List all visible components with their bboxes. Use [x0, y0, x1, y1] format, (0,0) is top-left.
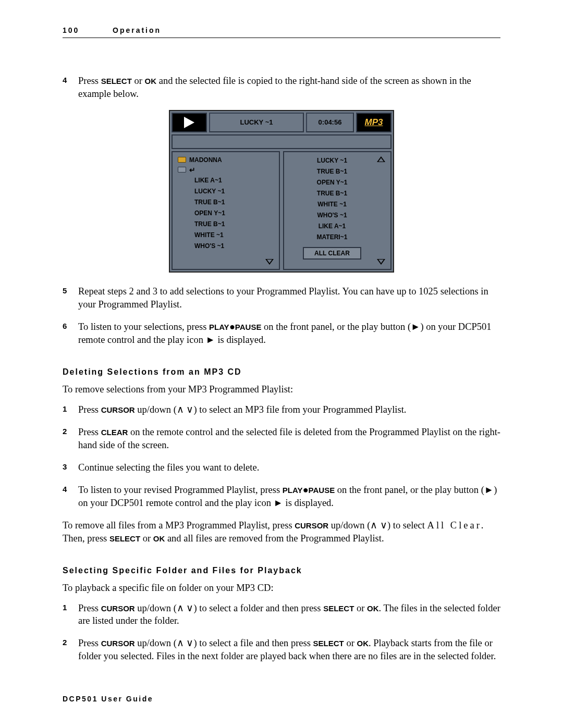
list-item: TRUE B~1 — [176, 219, 265, 230]
now-playing-title: LUCKY ~1 — [209, 113, 304, 132]
step-number: 4 — [63, 75, 78, 101]
folder-open-icon — [178, 167, 186, 172]
step-body: Press CLEAR on the remote control and th… — [78, 426, 500, 452]
list-item: WHITE ~1 — [287, 199, 377, 210]
list-item: OPEN Y~1 — [176, 208, 265, 219]
list-item: WHO'S ~1 — [287, 210, 377, 221]
list-item: LIKE A~1 — [176, 175, 265, 186]
list-item: MATERI~1 — [287, 232, 377, 243]
step-number: 1 — [63, 403, 78, 416]
list-item: OPEN Y~1 — [287, 177, 377, 188]
folder-panel: MADONNA ↵ LIKE A~1LUCKY ~1TRUE B~1OPEN Y… — [172, 151, 280, 270]
list-item: LUCKY ~1 — [176, 186, 265, 197]
paragraph: To remove all files from a MP3 Programme… — [63, 519, 500, 545]
section-heading: Deleting Selections from an MP3 CD — [63, 367, 500, 377]
list-item: LUCKY ~1 — [287, 155, 377, 166]
step-number: 3 — [63, 461, 78, 474]
step-body: To listen to your revised Programmed Pla… — [78, 484, 500, 510]
step: 1Press CURSOR up/down (∧ ∨) to select a … — [63, 602, 500, 628]
chevron-down-icon — [377, 259, 385, 265]
step-body: Continue selecting the files you want to… — [78, 461, 500, 474]
step-body: Press SELECT or OK and the selected file… — [78, 75, 500, 101]
step-body: Press CURSOR up/down (∧ ∨) to select a f… — [78, 637, 500, 663]
section-name: Operation — [113, 26, 161, 34]
section-heading: Selecting Specific Folder and Files for … — [63, 566, 500, 575]
list-item: TRUE B~1 — [176, 197, 265, 208]
page-header: 100 Operation — [63, 26, 500, 38]
step-body: Repeat steps 2 and 3 to add selections t… — [78, 285, 500, 311]
folder-row: MADONNA — [176, 155, 265, 165]
all-clear-button: ALL CLEAR — [303, 247, 361, 260]
step: 4To listen to your revised Programmed Pl… — [63, 484, 500, 510]
step-number: 2 — [63, 426, 78, 452]
right-scroll — [377, 155, 387, 266]
step: 5Repeat steps 2 and 3 to add selections … — [63, 285, 500, 311]
list-item: LIKE A~1 — [287, 221, 377, 232]
back-row: ↵ — [176, 165, 265, 175]
list-item: TRUE B~1 — [287, 188, 377, 199]
time-display: 0:04:56 — [306, 113, 354, 132]
step: 4Press SELECT or OK and the selected fil… — [63, 75, 500, 101]
step-body: To listen to your selections, press PLAY… — [78, 320, 500, 347]
step-number: 4 — [63, 484, 78, 510]
step-number: 6 — [63, 320, 78, 347]
paragraph: To remove selections from your MP3 Progr… — [63, 383, 500, 396]
step: 2Press CLEAR on the remote control and t… — [63, 426, 500, 452]
step-number: 2 — [63, 637, 78, 663]
chevron-down-icon — [265, 259, 274, 265]
back-arrow-icon: ↵ — [189, 166, 195, 174]
step: 2Press CURSOR up/down (∧ ∨) to select a … — [63, 637, 500, 663]
device-screenshot: LUCKY ~1 0:04:56 MP3 MADONNA ↵ LIKE A~1L… — [169, 110, 394, 273]
step-number: 5 — [63, 285, 78, 311]
footer: DCP501 User Guide — [63, 695, 153, 703]
spacer-bar — [172, 134, 391, 149]
chevron-up-icon — [377, 156, 385, 162]
paragraph: To playback a specific file on folder on… — [63, 582, 500, 595]
page-number: 100 — [63, 26, 113, 34]
left-scroll — [265, 155, 276, 266]
list-item: WHITE ~1 — [176, 230, 265, 241]
step-number: 1 — [63, 602, 78, 628]
step: 6To listen to your selections, press PLA… — [63, 320, 500, 347]
play-icon — [172, 113, 207, 132]
step-body: Press CURSOR up/down (∧ ∨) to select an … — [78, 403, 500, 416]
mp3-logo: MP3 — [356, 113, 391, 132]
step: 3Continue selecting the files you want t… — [63, 461, 500, 474]
step: 1Press CURSOR up/down (∧ ∨) to select an… — [63, 403, 500, 416]
folder-label: MADONNA — [189, 156, 222, 164]
list-item: TRUE B~1 — [287, 166, 377, 177]
list-item: WHO'S ~1 — [176, 241, 265, 252]
playlist-panel: LUCKY ~1TRUE B~1OPEN Y~1TRUE B~1WHITE ~1… — [283, 151, 391, 270]
folder-icon — [178, 157, 186, 163]
step-body: Press CURSOR up/down (∧ ∨) to select a f… — [78, 602, 500, 628]
